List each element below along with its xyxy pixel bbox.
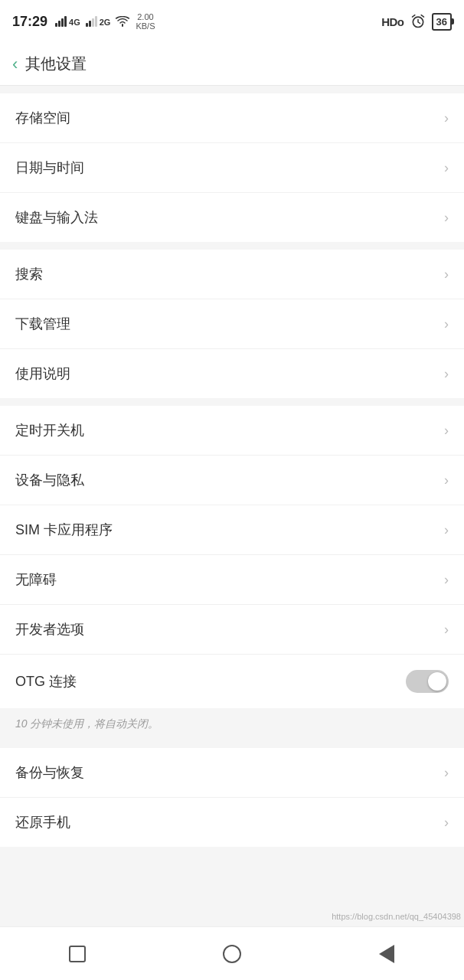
nav-back-button[interactable] xyxy=(373,940,400,968)
backup-label: 备份与恢复 xyxy=(15,763,84,782)
datetime-label: 日期与时间 xyxy=(15,158,84,177)
chevron-icon: › xyxy=(444,210,449,226)
chevron-icon: › xyxy=(444,366,449,382)
settings-group-3: 定时开关机 › 设备与隐私 › SIM 卡应用程序 › 无障碍 › 开发者选项 … xyxy=(0,406,464,708)
backup-item[interactable]: 备份与恢复 › xyxy=(0,748,464,798)
nav-home-button[interactable] xyxy=(218,940,246,968)
status-left: 17:29 4G 2G xyxy=(12,12,155,31)
2g-signal xyxy=(86,16,97,27)
otg-note: 10 分钟未使用，将自动关闭。 xyxy=(0,708,464,740)
chevron-icon: › xyxy=(444,160,449,176)
privacy-label: 设备与隐私 xyxy=(15,471,84,489)
sim-item[interactable]: SIM 卡应用程序 › xyxy=(0,505,464,555)
4g-signal xyxy=(55,16,67,27)
wifi-icon xyxy=(116,16,129,27)
nav-recent-button[interactable] xyxy=(64,940,91,968)
page-title: 其他设置 xyxy=(25,54,87,74)
developer-label: 开发者选项 xyxy=(15,620,84,639)
back-button[interactable]: ‹ xyxy=(12,54,18,74)
accessibility-label: 无障碍 xyxy=(15,570,57,589)
manual-label: 使用说明 xyxy=(15,364,70,383)
keyboard-item[interactable]: 键盘与输入法 › xyxy=(0,193,464,242)
circle-icon xyxy=(223,945,241,963)
reset-label: 还原手机 xyxy=(15,813,70,831)
search-item[interactable]: 搜索 › xyxy=(0,250,464,299)
4g-label: 4G xyxy=(69,18,80,27)
chevron-icon: › xyxy=(444,765,449,781)
status-right: HDo 36 xyxy=(381,13,452,31)
sim-label: SIM 卡应用程序 xyxy=(15,521,113,539)
otg-label: OTG 连接 xyxy=(15,672,77,691)
chevron-icon: › xyxy=(444,472,449,488)
download-item[interactable]: 下载管理 › xyxy=(0,299,464,349)
chevron-icon: › xyxy=(444,423,449,439)
storage-label: 存储空间 xyxy=(15,109,70,127)
battery-icon: 36 xyxy=(432,13,452,31)
storage-item[interactable]: 存储空间 › xyxy=(0,93,464,143)
download-label: 下载管理 xyxy=(15,315,70,333)
chevron-icon: › xyxy=(444,622,449,638)
battery-level: 36 xyxy=(436,16,447,28)
settings-group-4: 备份与恢复 › 还原手机 › xyxy=(0,748,464,847)
network-icons: 4G 2G xyxy=(55,16,129,27)
watermark: https://blog.csdn.net/qq_45404398 xyxy=(328,910,464,923)
alarm-icon xyxy=(410,14,426,29)
keyboard-label: 键盘与输入法 xyxy=(15,208,98,227)
otg-item[interactable]: OTG 连接 xyxy=(0,655,464,708)
chevron-icon: › xyxy=(444,110,449,126)
timer-label: 定时开关机 xyxy=(15,421,84,439)
chevron-icon: › xyxy=(444,522,449,538)
chevron-icon: › xyxy=(444,572,449,588)
timer-item[interactable]: 定时开关机 › xyxy=(0,406,464,456)
bottom-spacer xyxy=(0,847,464,908)
2g-label: 2G xyxy=(100,18,111,27)
manual-item[interactable]: 使用说明 › xyxy=(0,349,464,398)
battery-container: 36 xyxy=(432,13,452,31)
search-label: 搜索 xyxy=(15,265,43,283)
toggle-switch[interactable] xyxy=(406,670,449,693)
accessibility-item[interactable]: 无障碍 › xyxy=(0,555,464,605)
otg-toggle[interactable] xyxy=(406,670,449,693)
datetime-item[interactable]: 日期与时间 › xyxy=(0,143,464,193)
speed-display: 2.00 KB/S xyxy=(136,12,155,31)
hbo-label: HDo xyxy=(381,15,404,28)
status-time: 17:29 xyxy=(12,14,47,30)
settings-group-2: 搜索 › 下载管理 › 使用说明 › xyxy=(0,250,464,398)
developer-item[interactable]: 开发者选项 › xyxy=(0,605,464,655)
square-icon xyxy=(69,946,86,962)
status-bar: 17:29 4G 2G xyxy=(0,0,464,43)
toggle-knob xyxy=(428,672,446,691)
triangle-icon xyxy=(379,945,394,963)
chevron-icon: › xyxy=(444,316,449,332)
nav-bar xyxy=(0,926,464,980)
chevron-icon: › xyxy=(444,266,449,283)
settings-group-1: 存储空间 › 日期与时间 › 键盘与输入法 › xyxy=(0,93,464,242)
chevron-icon: › xyxy=(444,815,449,831)
reset-item[interactable]: 还原手机 › xyxy=(0,798,464,847)
signal-group: 4G 2G xyxy=(55,16,129,27)
top-bar: ‹ 其他设置 xyxy=(0,43,464,86)
privacy-item[interactable]: 设备与隐私 › xyxy=(0,456,464,505)
